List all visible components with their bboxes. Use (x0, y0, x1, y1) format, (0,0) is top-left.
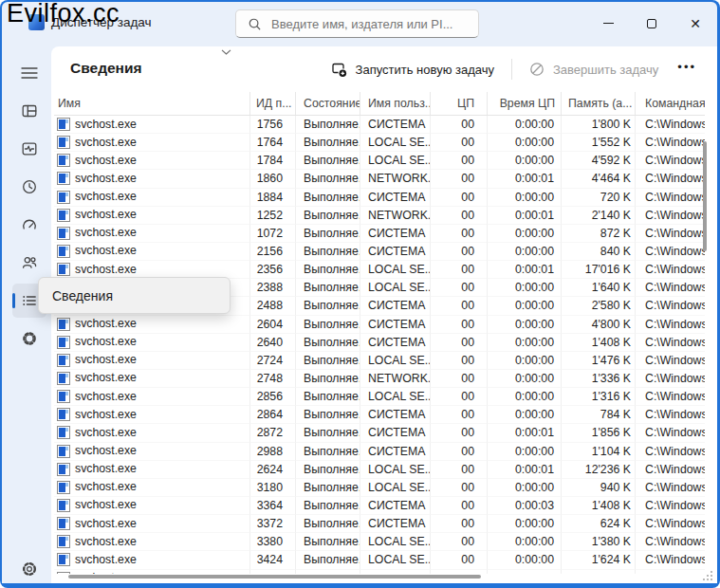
table-row[interactable]: svchost.exe 3512 Выполняе... СИСТЕМА 00 … (54, 570, 705, 574)
table-row[interactable]: svchost.exe 2724 Выполняе... LOCAL SE...… (54, 352, 705, 370)
table-row[interactable]: svchost.exe 1764 Выполняе... LOCAL SE...… (54, 134, 705, 152)
table-row[interactable]: svchost.exe 2856 Выполняе... LOCAL SE...… (54, 388, 705, 406)
column-header-cpu-time[interactable]: Время ЦП (488, 92, 562, 115)
process-cpu-time: 0:00:00 (488, 352, 562, 370)
table-row[interactable]: svchost.exe 3180 Выполняе... LOCAL SE...… (54, 479, 705, 497)
process-pid: 2748 (250, 370, 296, 388)
process-command-line: C:\Windows (636, 551, 705, 569)
svchost-exe-icon (57, 572, 70, 574)
process-user: СИСТЕМА (360, 334, 431, 352)
process-command-line: C:\Windows (636, 479, 705, 497)
table-row[interactable]: svchost.exe 3380 Выполняе... LOCAL SE...… (54, 533, 705, 551)
table-row[interactable]: svchost.exe 2988 Выполняе... СИСТЕМА 00 … (54, 443, 705, 461)
process-pid: 1860 (250, 170, 296, 188)
performance-icon (21, 140, 38, 157)
sidebar (2, 46, 49, 583)
process-command-line: C:\Windows (636, 370, 705, 388)
table-row[interactable]: svchost.exe 2864 Выполняе... СИСТЕМА 00 … (54, 406, 705, 424)
svchost-exe-icon (57, 426, 70, 439)
table-row[interactable]: svchost.exe 2748 Выполняе... NETWORK... … (54, 370, 705, 388)
sidebar-item-performance[interactable] (12, 132, 46, 166)
process-memory: 1'552 K (562, 134, 636, 152)
column-header-pid[interactable]: ИД п... (250, 92, 296, 115)
process-memory: 4'592 K (562, 152, 636, 170)
process-pid: 2724 (250, 352, 296, 370)
process-status: Выполняе... (296, 497, 360, 515)
process-pid: 1756 (250, 116, 296, 134)
table-row[interactable]: svchost.exe 2624 Выполняе... LOCAL SE...… (54, 461, 705, 479)
process-cpu-time: 0:00:00 (488, 443, 562, 461)
table-row[interactable]: svchost.exe 2604 Выполняе... СИСТЕМА 00 … (54, 316, 705, 334)
process-command-line: C:\Windows (636, 316, 705, 334)
table-row[interactable]: svchost.exe 2872 Выполняе... СИСТЕМА 00 … (54, 424, 705, 442)
table-row[interactable]: svchost.exe 1784 Выполняе... LOCAL SE...… (54, 152, 705, 170)
sidebar-item-processes[interactable] (12, 94, 46, 128)
process-user: LOCAL SE... (360, 479, 431, 497)
process-user: СИСТЕМА (360, 116, 431, 134)
horizontal-scrollbar-thumb[interactable] (68, 575, 481, 579)
process-status: Выполняе... (296, 352, 360, 370)
table-row[interactable]: svchost.exe 3364 Выполняе... СИСТЕМА 00 … (54, 497, 705, 515)
table-row[interactable]: svchost.exe 2156 Выполняе... СИСТЕМА 00 … (54, 243, 705, 261)
table-row[interactable]: svchost.exe 1884 Выполняе... СИСТЕМА 00 … (54, 189, 705, 207)
column-header-name[interactable]: Имя (54, 92, 250, 115)
minimize-button[interactable] (586, 2, 630, 45)
process-cpu: 00 (431, 170, 488, 188)
process-user: СИСТЕМА (360, 316, 431, 334)
sidebar-item-users[interactable] (12, 246, 46, 280)
maximize-button[interactable] (630, 2, 674, 45)
table-row[interactable]: svchost.exe 1072 Выполняе... СИСТЕМА 00 … (54, 225, 705, 243)
maximize-icon (647, 19, 656, 28)
menu-button[interactable] (12, 59, 46, 87)
search-box[interactable] (235, 9, 479, 38)
column-header-cpu[interactable]: ЦП (431, 92, 488, 115)
process-cpu: 00 (431, 424, 488, 442)
process-status: Выполняе... (296, 551, 360, 569)
process-command-line: C:\Windows (636, 570, 705, 574)
sidebar-item-app-history[interactable] (12, 170, 46, 204)
table-row[interactable]: svchost.exe 1756 Выполняе... СИСТЕМА 00 … (54, 116, 705, 134)
process-pid: 2640 (250, 334, 296, 352)
process-cpu: 00 (431, 388, 488, 406)
sidebar-item-services[interactable] (12, 322, 46, 356)
process-name: svchost.exe (75, 570, 137, 574)
process-cpu: 00 (431, 316, 488, 334)
process-status: Выполняе... (296, 370, 360, 388)
process-cpu-time: 0:00:00 (488, 515, 562, 533)
process-memory: 2'580 K (562, 297, 636, 315)
more-options-button[interactable]: ••• (670, 60, 710, 80)
column-header-status[interactable]: Состояние (296, 92, 360, 115)
table-row[interactable]: svchost.exe 3372 Выполняе... СИСТЕМА 00 … (54, 515, 705, 533)
sidebar-item-startup-apps[interactable] (12, 208, 46, 242)
table-row[interactable]: svchost.exe 3424 Выполняе... LOCAL SE...… (54, 551, 705, 569)
run-new-task-button[interactable]: Запустить новую задачу (320, 56, 506, 83)
close-button[interactable]: ✕ (674, 2, 717, 45)
process-name: svchost.exe (75, 551, 137, 569)
table-row[interactable]: svchost.exe 2640 Выполняе... СИСТЕМА 00 … (54, 334, 705, 352)
column-header-user[interactable]: Имя польз... (360, 92, 431, 115)
process-user: СИСТЕМА (360, 570, 431, 574)
search-input[interactable] (271, 17, 461, 31)
process-pid: 3380 (250, 533, 296, 551)
table-row[interactable]: svchost.exe 1252 Выполняе... NETWORK... … (54, 207, 705, 225)
vertical-scrollbar-thumb[interactable] (703, 141, 707, 251)
table-row[interactable]: svchost.exe 1860 Выполняе... NETWORK... … (54, 170, 705, 188)
end-task-button[interactable]: Завершить задачу (518, 56, 670, 83)
process-cpu-time: 0:00:00 (488, 134, 562, 152)
column-header-command-line[interactable]: Командная (636, 92, 705, 115)
process-memory: 1'316 K (562, 388, 636, 406)
process-command-line: C:\Windows (636, 515, 705, 533)
process-command-line: C:\Windows (636, 533, 705, 551)
svchost-exe-icon (57, 535, 70, 548)
settings-button[interactable] (12, 552, 46, 583)
process-pid: 1764 (250, 134, 296, 152)
sort-ascending-chevron-icon (221, 49, 231, 55)
column-header-memory[interactable]: Память (а... (562, 92, 636, 115)
process-memory: 1'476 K (562, 352, 636, 370)
process-command-line: C:\Windows (636, 461, 705, 479)
resize-grip[interactable] (701, 569, 712, 580)
process-cpu-time: 0:00:00 (488, 189, 562, 207)
process-pid: 1784 (250, 152, 296, 170)
process-pid: 2156 (250, 243, 296, 261)
process-status: Выполняе... (296, 443, 360, 461)
